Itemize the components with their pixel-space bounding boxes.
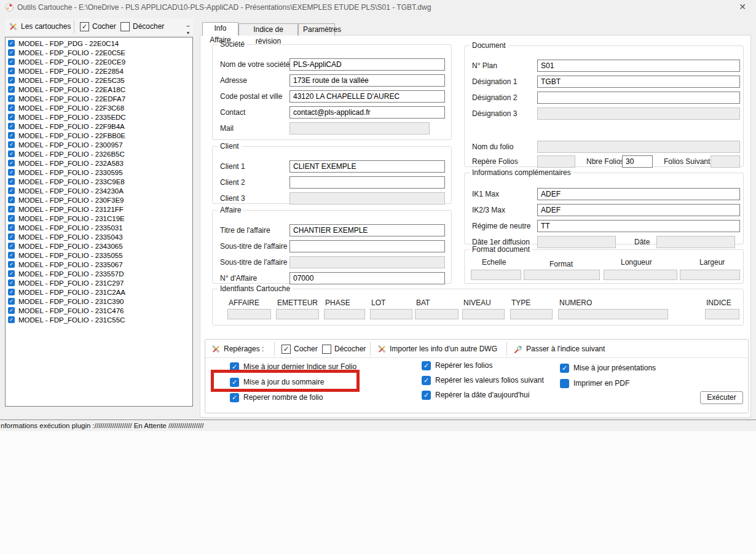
decocher-checkbox[interactable]: Décocher [120, 20, 164, 33]
les-cartouches-button[interactable]: Les cartouches [9, 20, 71, 33]
list-item[interactable]: MODEL - FDP_FOLIO - 231C297 [6, 278, 192, 287]
checkbox[interactable] [560, 379, 569, 388]
list-item-checkbox[interactable] [8, 86, 15, 93]
list-item-checkbox[interactable] [8, 270, 15, 277]
list-item-checkbox[interactable] [8, 150, 15, 157]
list-item[interactable]: MODEL - FDP_PDG - 22E0C14 [6, 39, 192, 48]
checkbox[interactable] [422, 376, 431, 385]
list-item-checkbox[interactable] [8, 104, 15, 111]
list-item[interactable]: MODEL - FDP_FOLIO - 233557D [6, 269, 192, 278]
list-item[interactable]: MODEL - FDP_FOLIO - 232A583 [6, 158, 192, 168]
list-item[interactable]: MODEL - FDP_FOLIO - 22EDFA7 [6, 94, 192, 103]
input-nbre-folios[interactable]: 30 [622, 155, 653, 168]
list-item[interactable]: MODEL - FDP_FOLIO - 2335EDC [6, 112, 192, 122]
list-item[interactable]: MODEL - FDP_FOLIO - 231C2AA [6, 287, 192, 297]
list-item-checkbox[interactable] [8, 178, 15, 185]
list-item[interactable]: MODEL - FDP_FOLIO - 2330595 [6, 168, 192, 177]
list-item[interactable]: MODEL - FDP_FOLIO - 2335043 [6, 232, 192, 241]
checkbox-row[interactable]: Repérer les folios [422, 361, 544, 370]
checkbox[interactable] [422, 361, 431, 370]
list-item[interactable]: MODEL - FDP_FOLIO - 231C19E [6, 214, 192, 223]
executer-button[interactable]: Exécuter [700, 391, 743, 404]
list-item[interactable]: MODEL - FDP_FOLIO - 2326B5C [6, 149, 192, 158]
passer-indice-button[interactable]: Passer à l'indice suivant [514, 342, 605, 356]
list-item-checkbox[interactable] [8, 206, 15, 213]
checkbox[interactable] [230, 393, 239, 402]
input-code-postal[interactable]: 43120 LA CHAPELLE D'AUREC [289, 90, 445, 103]
tab-parametres[interactable]: Paramètres [298, 23, 335, 36]
list-item[interactable]: MODEL - FDP_FOLIO - 231C390 [6, 297, 192, 306]
reperages-cocher-box[interactable] [282, 345, 291, 354]
list-item[interactable]: MODEL - FDP_FOLIO - 2335055 [6, 251, 192, 260]
list-item[interactable]: MODEL - FDP_FOLIO - 22E2854 [6, 66, 192, 76]
checkbox-row[interactable]: Repérer la dâte d'aujourd'hui [422, 390, 544, 400]
list-item-checkbox[interactable] [8, 114, 15, 120]
checkbox[interactable] [560, 364, 569, 373]
checkbox-row[interactable]: Imprimer en PDF [560, 378, 656, 388]
list-item[interactable]: MODEL - FDP_FOLIO - 22E0CE9 [6, 57, 192, 66]
list-item-checkbox[interactable] [8, 307, 15, 314]
tab-indice-revision[interactable]: Indice de révision [238, 23, 298, 36]
input-ik1-max[interactable]: ADEF [537, 188, 740, 200]
input-num-affaire[interactable]: 07000 [289, 272, 445, 284]
importer-dwg-button[interactable]: Importer les info d'un autre DWG [377, 342, 497, 356]
input-designation-1[interactable]: TGBT [537, 76, 740, 88]
input-regime-neutre[interactable]: TT [537, 220, 740, 232]
list-item-checkbox[interactable] [8, 187, 15, 194]
input-nom-societe[interactable]: PLS-AppliCAD [289, 58, 445, 71]
list-item-checkbox[interactable] [8, 95, 15, 102]
list-item-checkbox[interactable] [8, 224, 15, 231]
list-item[interactable]: MODEL - FDP_FOLIO - 22F9B4A [6, 122, 192, 131]
cocher-checkbox-box[interactable] [80, 22, 89, 31]
list-item[interactable]: MODEL - FDP_FOLIO - 234230A [6, 186, 192, 195]
list-item-checkbox[interactable] [8, 215, 15, 222]
list-item[interactable]: MODEL - FDP_FOLIO - 22EA18C [6, 85, 192, 94]
close-icon[interactable]: ✕ [736, 2, 749, 12]
checkbox[interactable] [422, 391, 431, 400]
list-item-checkbox[interactable] [8, 233, 15, 240]
cartouche-list[interactable]: MODEL - FDP_PDG - 22E0C14 MODEL - FDP_FO… [5, 37, 193, 407]
checkbox-row[interactable]: Mise à jour présentations [560, 363, 656, 373]
list-item[interactable]: MODEL - FDP_FOLIO - 22E0C5E [6, 48, 192, 57]
list-item-checkbox[interactable] [8, 160, 15, 166]
list-item[interactable]: MODEL - FDP_FOLIO - 2335031 [6, 223, 192, 232]
toolbar-overflow-icon[interactable]: ▾ [184, 26, 192, 36]
list-item[interactable]: MODEL - FDP_FOLIO - 22F3C68 [6, 103, 192, 112]
input-adresse[interactable]: 173E route de la vallée [289, 74, 445, 87]
tab-info-affaire[interactable]: Info Affaire [202, 22, 238, 36]
checkbox-row[interactable]: Repérer les valeurs folios suivant [422, 375, 544, 385]
input-client-1[interactable]: CLIENT EXEMPLE [289, 160, 445, 173]
reperages-cocher-checkbox[interactable]: Cocher [282, 342, 318, 356]
input-client-2[interactable] [289, 176, 445, 189]
list-item[interactable]: MODEL - FDP_FOLIO - 2300957 [6, 140, 192, 149]
list-item[interactable]: MODEL - FDP_FOLIO - 22E5C35 [6, 76, 192, 85]
list-item-checkbox[interactable] [8, 316, 15, 323]
list-item[interactable]: MODEL - FDP_FOLIO - 23121FF [6, 205, 192, 214]
list-item-checkbox[interactable] [8, 197, 15, 203]
list-item-checkbox[interactable] [8, 298, 15, 305]
list-item-checkbox[interactable] [8, 58, 15, 65]
input-ik23-max[interactable]: ADEF [537, 204, 740, 216]
cocher-checkbox[interactable]: Cocher [80, 20, 116, 33]
list-item-checkbox[interactable] [8, 289, 15, 295]
reperages-decocher-checkbox[interactable]: Décocher [322, 342, 366, 356]
list-item[interactable]: MODEL - FDP_FOLIO - 231C476 [6, 306, 192, 315]
list-item-checkbox[interactable] [8, 261, 15, 268]
input-num-plan[interactable]: S01 [537, 60, 740, 72]
list-item[interactable]: MODEL - FDP_FOLIO - 2343065 [6, 241, 192, 251]
list-item-checkbox[interactable] [8, 243, 15, 249]
reperages-decocher-box[interactable] [322, 345, 331, 354]
reperages-button[interactable]: Repérages : [211, 342, 264, 356]
checkbox-row[interactable]: Reperer nombre de folio [230, 392, 356, 402]
list-item[interactable]: MODEL - FDP_FOLIO - 2335067 [6, 260, 192, 269]
list-item[interactable]: MODEL - FDP_FOLIO - 233C9E8 [6, 177, 192, 186]
list-item-checkbox[interactable] [8, 123, 15, 130]
input-sous-titre-1[interactable] [289, 240, 445, 252]
list-item[interactable]: MODEL - FDP_FOLIO - 230F3E9 [6, 195, 192, 205]
list-item[interactable]: MODEL - FDP_FOLIO - 22FBB0E [6, 131, 192, 140]
list-item-checkbox[interactable] [8, 40, 15, 47]
list-item-checkbox[interactable] [8, 252, 15, 259]
decocher-checkbox-box[interactable] [120, 22, 130, 31]
input-designation-2[interactable] [537, 92, 740, 104]
input-contact[interactable]: contact@pls-applicad.fr [289, 106, 445, 119]
